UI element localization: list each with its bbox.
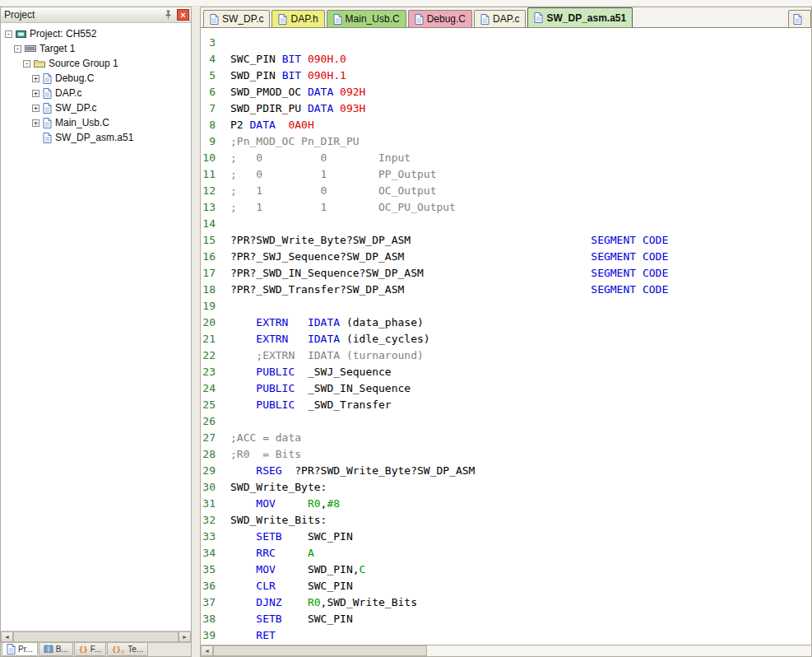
code-line[interactable]: 7SWD_PDIR_PU DATA 093H [201,100,811,117]
editor-tab[interactable]: SW_DP.c [203,10,270,27]
tree-item-label: SW_DP_asm.a51 [55,132,133,143]
code-line[interactable]: 14 [201,216,811,232]
close-panel-button[interactable]: × [177,9,189,21]
code-line[interactable]: 39 RET [201,627,811,644]
line-number: 9 [201,133,216,150]
panel-tab-templates[interactable]: {},Te... [107,643,148,656]
line-text: ?PR?_SWD_Transfer?SW_DP_ASM SEGMENT CODE [230,282,668,298]
code-line[interactable]: 26 [201,413,811,430]
line-number: 28 [201,446,216,463]
scroll-thumb[interactable] [13,631,179,642]
tree-item-label: Project: CH552 [30,28,96,40]
code-line[interactable]: 37 DJNZ R0,SWD_Write_Bits [201,594,811,611]
editor-tab[interactable]: DAP.h [271,10,324,27]
editor-tab[interactable]: Debug.C [408,10,472,27]
file-icon [480,14,490,25]
expand-icon[interactable]: + [32,90,39,97]
code-line[interactable]: 28;R0 = Bits [201,446,811,463]
editor-tab[interactable]: DAP.c [474,10,526,27]
file-icon [43,88,52,99]
tree-item[interactable]: -Project: CH552 [1,26,191,41]
scroll-track[interactable] [213,645,811,656]
collapse-icon[interactable]: - [5,30,12,38]
tree-item[interactable]: +SW_DP.c [1,100,191,115]
code-line[interactable]: 34 RRC A [201,545,811,561]
code-line[interactable]: 12; 1 0 OC_Output [201,183,811,199]
tree-item[interactable]: -Target 1 [1,41,191,56]
code-line[interactable]: 35 MOV SWD_PIN,C [201,561,811,578]
project-panel-hscrollbar[interactable]: ◄ ► [1,631,191,642]
code-line[interactable]: 19 [201,298,811,315]
panel-tab-label: F... [90,645,101,654]
line-text: ?PR?SWD_Write_Byte?SW_DP_ASM SEGMENT COD… [230,232,668,249]
code-line[interactable]: 33 SETB SWC_PIN [201,529,811,545]
code-line[interactable]: 38 SETB SWC_PIN [201,611,811,627]
editor-tab[interactable]: SW_DP_asm.a51 [527,7,633,27]
panel-tab-books[interactable]: B... [39,643,73,656]
tree-item[interactable]: SW_DP_asm.a51 [1,130,191,145]
code-line[interactable]: 5SWD_PIN BIT 090H.1 [201,68,811,84]
tree-item[interactable]: +Main_Usb.C [1,115,191,130]
project-panel-header: Project × [1,7,191,23]
scroll-left-icon[interactable]: ◄ [201,645,213,656]
tree-item[interactable]: -Source Group 1 [1,56,191,71]
line-text: PUBLIC _SWJ_Sequence [230,364,392,380]
code-line[interactable]: 27;ACC = data [201,430,811,446]
code-line[interactable]: 22 ;EXTRN IDATA (turnaround) [201,347,811,364]
panel-tab-functions[interactable]: {}F... [74,643,106,656]
scroll-left-icon[interactable]: ◄ [1,631,13,642]
code-line[interactable]: 31 MOV R0,#8 [201,496,811,512]
line-number: 23 [201,364,216,380]
editor-tab-partial[interactable] [788,10,811,27]
code-line[interactable]: 4SWC_PIN BIT 090H.0 [201,51,811,68]
code-line[interactable]: 25 PUBLIC _SWD_Transfer [201,397,811,413]
panel-title: Project [4,9,161,21]
pin-panel-button[interactable] [161,9,174,21]
editor-tab[interactable]: Main_Usb.C [327,10,406,27]
code-line[interactable]: 24 PUBLIC _SWD_IN_Sequence [201,380,811,397]
code-line[interactable]: 36 CLR SWC_PIN [201,578,811,594]
line-number: 12 [201,183,216,199]
code-line[interactable]: 32SWD_Write_Bits: [201,512,811,529]
scroll-right-icon[interactable]: ► [179,631,191,642]
collapse-icon[interactable]: - [23,60,30,68]
editor-tab-label: DAP.c [493,13,519,25]
code-line[interactable]: 3 [201,35,811,51]
scroll-thumb[interactable] [213,645,427,656]
code-line[interactable]: 6SWD_PMOD_OC DATA 092H [201,84,811,100]
editor-pane: SW_DP.cDAP.hMain_Usb.CDebug.CDAP.cSW_DP_… [200,7,812,657]
line-number: 5 [201,68,216,84]
code-line[interactable]: 15?PR?SWD_Write_Byte?SW_DP_ASM SEGMENT C… [201,232,811,249]
panel-tab-project[interactable]: Pr... [2,643,38,656]
tree-item[interactable]: +Debug.C [1,71,191,86]
panel-splitter[interactable] [192,7,200,657]
code-line[interactable]: 8P2 DATA 0A0H [201,117,811,133]
line-text: SWD_PMOD_OC DATA 092H [230,84,365,100]
expand-icon[interactable]: + [32,119,39,127]
code-line[interactable]: 23 PUBLIC _SWJ_Sequence [201,364,811,380]
line-text: SWD_Write_Bits: [230,512,327,529]
code-line[interactable]: 30SWD_Write_Byte: [201,479,811,496]
line-text: RSEG ?PR?SWD_Write_Byte?SW_DP_ASM [230,463,475,479]
collapse-icon[interactable]: - [14,45,21,53]
code-line[interactable]: 16?PR?_SWJ_Sequence?SW_DP_ASM SEGMENT CO… [201,249,811,265]
braces-icon: {} [79,645,88,654]
scroll-track[interactable] [13,631,179,642]
code-line[interactable]: 13; 1 1 OC_PU_Output [201,199,811,216]
code-line[interactable]: 11; 0 1 PP_Output [201,166,811,183]
editor-hscrollbar[interactable]: ◄ [201,645,811,656]
panel-tab-label: Pr... [18,645,33,654]
code-line[interactable]: 20 EXTRN IDATA (data_phase) [201,315,811,331]
code-line[interactable]: 29 RSEG ?PR?SWD_Write_Byte?SW_DP_ASM [201,463,811,479]
tree-item[interactable]: +DAP.c [1,86,191,100]
expand-icon[interactable]: + [32,105,39,112]
braces2-icon: {}, [112,645,125,654]
code-line[interactable]: 21 EXTRN IDATA (idle_cycles) [201,331,811,347]
code-area[interactable]: 34SWC_PIN BIT 090H.05SWD_PIN BIT 090H.16… [201,28,811,645]
code-line[interactable]: 18?PR?_SWD_Transfer?SW_DP_ASM SEGMENT CO… [201,282,811,298]
code-line[interactable]: 17?PR?_SWD_IN_Sequence?SW_DP_ASM SEGMENT… [201,265,811,282]
expand-icon[interactable]: + [32,75,39,82]
project-icon [16,29,26,40]
code-line[interactable]: 9;Pn_MOD_OC Pn_DIR_PU [201,133,811,150]
code-line[interactable]: 10; 0 0 Input [201,150,811,166]
